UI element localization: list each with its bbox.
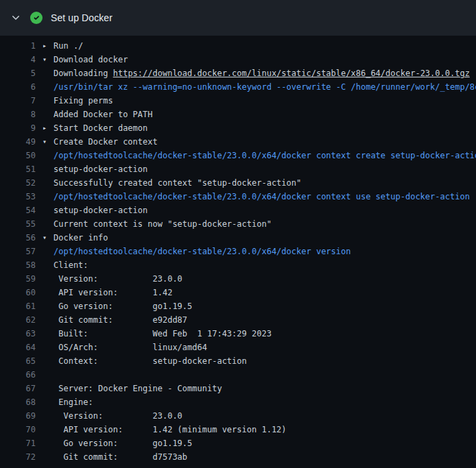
line-number[interactable]: 55 [0,217,36,231]
chevron-down-icon[interactable] [10,12,22,24]
log-group-row[interactable]: 9▸Start Docker daemon [0,121,476,135]
log-line: 57/opt/hostedtoolcache/docker-stable/23.… [0,245,476,258]
log-text: Run ./ [53,39,476,53]
step-header[interactable]: Set up Docker [0,0,476,36]
group-collapsed-icon[interactable]: ▸ [36,121,53,135]
log-text: Go version: go1.19.5 [53,299,476,313]
line-number[interactable]: 67 [0,382,36,395]
log-text: Current context is now "setup-docker-act… [53,217,476,231]
log-line: 65 Context: setup-docker-action [0,354,476,368]
log-command-text: /opt/hostedtoolcache/docker-stable/23.0.… [53,245,476,258]
line-number[interactable]: 72 [0,450,36,464]
log-text: setup-docker-action [53,162,476,176]
log-line: 7Fixing perms [0,94,476,108]
line-number[interactable]: 4 [0,53,36,66]
log-group-row[interactable]: 49▾Create Docker context [0,135,476,149]
log-line: 52Successfully created context "setup-do… [0,176,476,190]
log-line: 6/usr/bin/tar xz --warning=no-unknown-ke… [0,80,476,94]
line-number[interactable]: 50 [0,149,36,162]
log-line: 69 Version: 23.0.0 [0,409,476,423]
log-line: 67 Server: Docker Engine - Community [0,382,476,395]
line-number[interactable]: 69 [0,409,36,423]
log-text: Download docker [53,53,476,66]
line-number[interactable]: 57 [0,245,36,258]
log-text: API version: 1.42 [53,286,476,299]
line-number[interactable]: 53 [0,190,36,204]
check-circle-icon [30,12,43,24]
log-text: API version: 1.42 (minimum version 1.12) [53,423,476,436]
line-number[interactable]: 6 [0,80,36,94]
line-number[interactable]: 59 [0,272,36,286]
log-line: 50/opt/hostedtoolcache/docker-stable/23.… [0,149,476,162]
log-line: 53/opt/hostedtoolcache/docker-stable/23.… [0,190,476,204]
log-text-segment: Downloading [53,69,113,78]
line-number[interactable]: 61 [0,299,36,313]
log-text: Built: Wed Feb 1 17:43:29 2023 [53,327,476,341]
log-line: 58Client: [0,258,476,272]
log-text: OS/Arch: linux/amd64 [53,341,476,354]
log-line: 54setup-docker-action [0,204,476,217]
log-text: Git commit: e92dd87 [53,313,476,327]
group-expanded-icon[interactable]: ▾ [36,53,53,66]
log-line: 55Current context is now "setup-docker-a… [0,217,476,231]
log-line: 64 OS/Arch: linux/amd64 [0,341,476,354]
log-line: 5Downloading https://download.docker.com… [0,66,476,80]
log-lines: 1▸Run ./4▾Download docker5Downloading ht… [0,36,476,468]
log-link[interactable]: https://download.docker.com/linux/static… [113,69,470,78]
log-line: 72 Git commit: d7573ab [0,450,476,464]
log-line: 60 API version: 1.42 [0,286,476,299]
log-text: Create Docker context [53,135,476,149]
line-number[interactable]: 8 [0,108,36,121]
log-text: Start Docker daemon [53,121,476,135]
log-line: 62 Git commit: e92dd87 [0,313,476,327]
log-line: 71 Go version: go1.19.5 [0,436,476,450]
log-line: 59 Version: 23.0.0 [0,272,476,286]
line-number[interactable]: 5 [0,66,36,80]
log-text: Added Docker to PATH [53,108,476,121]
line-number[interactable]: 65 [0,354,36,368]
log-text: setup-docker-action [53,204,476,217]
log-group-row[interactable]: 56▾Docker info [0,231,476,245]
line-number[interactable]: 71 [0,436,36,450]
log-group-row[interactable]: 1▸Run ./ [0,39,476,53]
line-number[interactable]: 56 [0,231,36,245]
log-command-text: /opt/hostedtoolcache/docker-stable/23.0.… [53,190,476,204]
log-line: 8Added Docker to PATH [0,108,476,121]
log-text: Version: 23.0.0 [53,272,476,286]
group-collapsed-icon[interactable]: ▸ [36,39,53,53]
line-number[interactable]: 58 [0,258,36,272]
log-command-text: /opt/hostedtoolcache/docker-stable/23.0.… [53,149,476,162]
group-expanded-icon[interactable]: ▾ [36,231,53,245]
log-group-row[interactable]: 4▾Download docker [0,53,476,66]
log-line: 51setup-docker-action [0,162,476,176]
line-number[interactable]: 66 [0,368,36,382]
log-text: Version: 23.0.0 [53,409,476,423]
log-line: 70 API version: 1.42 (minimum version 1.… [0,423,476,436]
line-number[interactable]: 64 [0,341,36,354]
line-number[interactable]: 9 [0,121,36,135]
log-text: Client: [53,258,476,272]
log-text: Context: setup-docker-action [53,354,476,368]
group-expanded-icon[interactable]: ▾ [36,135,53,149]
log-line: 68 Engine: [0,395,476,409]
line-number[interactable]: 63 [0,327,36,341]
actions-log-viewer: Set up Docker 1▸Run ./4▾Download docker5… [0,0,476,468]
line-number[interactable]: 51 [0,162,36,176]
log-text: Git commit: d7573ab [53,450,476,464]
line-number[interactable]: 54 [0,204,36,217]
line-number[interactable]: 7 [0,94,36,108]
line-number[interactable]: 68 [0,395,36,409]
line-number[interactable]: 1 [0,39,36,53]
line-number[interactable]: 70 [0,423,36,436]
log-line: 63 Built: Wed Feb 1 17:43:29 2023 [0,327,476,341]
log-text: Docker info [53,231,476,245]
log-text: Downloading https://download.docker.com/… [53,66,476,80]
step-title: Set up Docker [51,12,112,23]
line-number[interactable]: 60 [0,286,36,299]
line-number[interactable]: 62 [0,313,36,327]
line-number[interactable]: 49 [0,135,36,149]
line-number[interactable]: 52 [0,176,36,190]
log-text: Go version: go1.19.5 [53,436,476,450]
log-line: 66 [0,368,476,382]
log-text: Fixing perms [53,94,476,108]
